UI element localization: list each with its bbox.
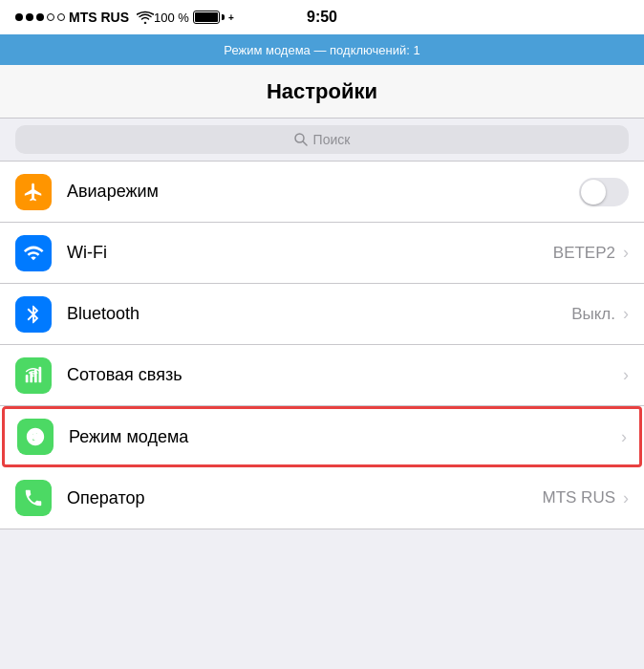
battery-body — [193, 11, 220, 24]
item-label-airplane: Авиарежим — [67, 182, 579, 202]
settings-item-wifi[interactable]: Wi-FiВЕТЕР2› — [0, 223, 644, 284]
item-right-operator: MTS RUS› — [543, 488, 630, 508]
battery-tip — [222, 14, 225, 20]
svg-rect-2 — [26, 375, 29, 382]
toggle-knob — [581, 180, 606, 205]
item-content-cellular: Сотовая связь — [67, 365, 619, 385]
item-content-airplane: Авиарежим — [67, 182, 579, 202]
search-icon — [294, 133, 308, 146]
phone-icon — [15, 480, 52, 516]
item-value-bluetooth: Выкл. — [571, 305, 615, 324]
chevron-cellular: › — [623, 365, 629, 385]
dot5 — [57, 13, 65, 21]
dot4 — [47, 13, 54, 21]
settings-item-hotspot[interactable]: Режим модема› — [2, 406, 642, 467]
dot2 — [26, 13, 33, 21]
dot1 — [15, 13, 23, 21]
battery-percent: 100 % — [154, 11, 189, 25]
bluetooth-icon — [15, 296, 52, 333]
settings-item-cellular[interactable]: Сотовая связь› — [0, 345, 644, 406]
settings-list: АвиарежимWi-FiВЕТЕР2›BluetoothВыкл.›Сото… — [0, 161, 644, 529]
item-value-operator: MTS RUS — [543, 488, 616, 507]
status-left: MTS RUS — [15, 10, 154, 25]
search-bar[interactable]: Поиск — [15, 125, 629, 154]
hotspot-banner-text: Режим модема — подключений: 1 — [224, 43, 419, 57]
search-placeholder: Поиск — [313, 132, 351, 147]
item-label-cellular: Сотовая связь — [67, 365, 619, 385]
chevron-hotspot: › — [621, 427, 627, 447]
chevron-operator: › — [623, 488, 629, 508]
settings-item-bluetooth[interactable]: BluetoothВыкл.› — [0, 284, 644, 345]
item-right-airplane — [579, 178, 629, 206]
item-content-bluetooth: Bluetooth — [67, 304, 571, 324]
item-content-wifi: Wi-Fi — [67, 243, 553, 263]
status-right: 100 % + — [154, 11, 234, 25]
battery-indicator — [193, 11, 225, 24]
cellular-icon — [15, 357, 52, 394]
hotspot-banner: Режим модема — подключений: 1 — [0, 34, 644, 65]
signal-dots — [15, 13, 65, 21]
page-title: Настройки — [267, 79, 377, 104]
dot3 — [36, 13, 44, 21]
airplane-icon — [15, 174, 52, 210]
svg-rect-5 — [39, 366, 42, 382]
settings-item-airplane[interactable]: Авиарежим — [0, 162, 644, 223]
item-label-operator: Оператор — [67, 488, 543, 508]
charge-icon: + — [228, 12, 234, 23]
item-right-wifi: ВЕТЕР2› — [553, 243, 629, 263]
airplane-toggle[interactable] — [579, 178, 629, 206]
item-label-bluetooth: Bluetooth — [67, 304, 571, 324]
chevron-bluetooth: › — [623, 304, 629, 324]
search-area: Поиск — [0, 119, 644, 161]
settings-group: АвиарежимWi-FiВЕТЕР2›BluetoothВыкл.›Сото… — [0, 161, 644, 529]
hotspot-icon — [17, 419, 54, 455]
item-label-hotspot: Режим модема — [69, 427, 617, 447]
svg-rect-4 — [34, 369, 37, 382]
wifi-status-icon — [137, 11, 154, 24]
page-title-bar: Настройки — [0, 65, 644, 119]
item-value-wifi: ВЕТЕР2 — [553, 244, 615, 263]
status-bar: MTS RUS 9:50 100 % + — [0, 0, 644, 34]
item-content-hotspot: Режим модема — [69, 427, 617, 447]
item-right-bluetooth: Выкл.› — [571, 304, 629, 324]
settings-item-operator[interactable]: ОператорMTS RUS› — [0, 467, 644, 529]
status-time: 9:50 — [307, 9, 337, 26]
operator-label: MTS RUS — [69, 10, 129, 25]
svg-line-1 — [303, 141, 307, 145]
item-right-hotspot: › — [617, 427, 627, 447]
item-content-operator: Оператор — [67, 488, 543, 508]
battery-fill — [195, 12, 218, 22]
svg-rect-3 — [30, 372, 32, 382]
chevron-wifi: › — [623, 243, 629, 263]
item-label-wifi: Wi-Fi — [67, 243, 553, 263]
item-right-cellular: › — [619, 365, 629, 385]
wifi-icon — [15, 235, 52, 271]
